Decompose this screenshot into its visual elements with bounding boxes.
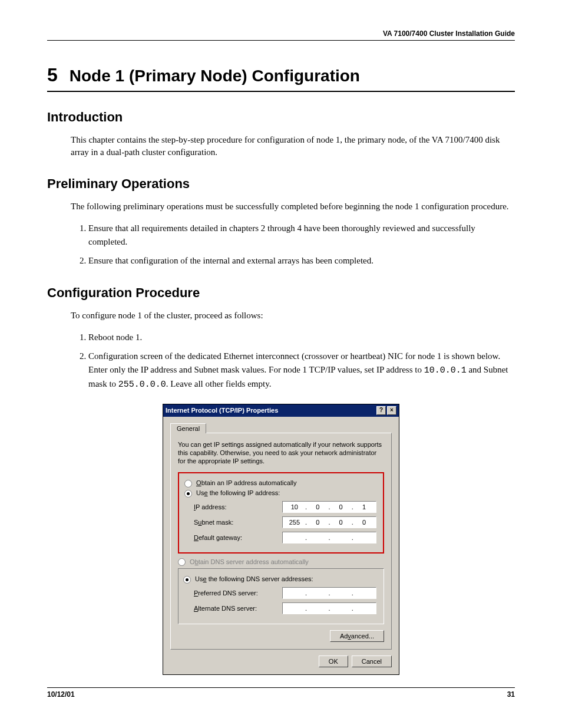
chapter-header: 5 Node 1 (Primary Node) Configuration (47, 64, 515, 92)
cancel-button[interactable]: Cancel (352, 655, 392, 667)
chapter-number: 5 (47, 64, 58, 86)
preferred-dns-input[interactable]: . . . (282, 587, 376, 599)
close-button[interactable]: × (387, 406, 396, 415)
section-preliminary-heading: Preliminary Operations (47, 176, 515, 192)
ok-button[interactable]: OK (319, 655, 348, 667)
config-list: Reboot node 1. Configuration screen of t… (71, 331, 515, 392)
ip-settings-group: Obtain an IP address automatically Use t… (178, 472, 384, 553)
default-gateway-input[interactable]: . . . (282, 532, 376, 543)
list-item: Ensure that configuration of the interna… (88, 254, 515, 268)
ip-address-label: IP address: (194, 503, 282, 510)
radio-use-following-dns[interactable]: Use the following DNS server addresses: (183, 575, 378, 584)
preliminary-list: Ensure that all requirements detailed in… (71, 222, 515, 268)
help-button[interactable]: ? (376, 406, 386, 415)
list-item: Configuration screen of the dedicated Et… (88, 350, 515, 392)
ip-address-input[interactable]: 10. 0. 0. 1 (282, 501, 376, 513)
radio-icon (183, 576, 191, 584)
tcpip-properties-dialog: Internet Protocol (TCP/IP) Properties ? … (163, 404, 399, 675)
doc-header: VA 7100/7400 Cluster Installation Guide (47, 29, 515, 41)
chapter-title: Node 1 (Primary Node) Configuration (70, 67, 360, 85)
radio-icon (184, 490, 192, 498)
subnet-mask-input[interactable]: 255. 0. 0. 0 (282, 516, 376, 528)
preliminary-lead: The following preliminary operations mus… (71, 200, 515, 213)
footer-page-number: 31 (507, 690, 515, 699)
dialog-title: Internet Protocol (TCP/IP) Properties (166, 407, 278, 414)
tab-general[interactable]: General (170, 423, 206, 433)
radio-icon (178, 558, 186, 566)
dialog-info-text: You can get IP settings assigned automat… (178, 440, 384, 466)
preferred-dns-label: Preferred DNS server: (194, 589, 282, 597)
page-footer: 10/12/01 31 (47, 687, 515, 699)
radio-obtain-ip-auto[interactable]: Obtain an IP address automatically (184, 479, 378, 487)
radio-use-following-ip[interactable]: Use the following IP address: (184, 489, 378, 498)
list-item: Reboot node 1. (88, 331, 515, 344)
default-gateway-label: Default gateway: (194, 534, 282, 541)
introduction-text: This chapter contains the step-by-step p… (71, 134, 515, 159)
list-item: Ensure that all requirements detailed in… (88, 222, 515, 248)
dialog-titlebar[interactable]: Internet Protocol (TCP/IP) Properties ? … (163, 404, 399, 417)
advanced-button[interactable]: Advanced... (330, 630, 384, 642)
section-config-heading: Configuration Procedure (47, 285, 515, 301)
config-lead: To configure node 1 of the cluster, proc… (71, 309, 515, 322)
dns-settings-group: Use the following DNS server addresses: … (178, 568, 384, 624)
radio-obtain-dns-auto: Obtain DNS server address automatically (178, 558, 384, 566)
radio-icon (184, 480, 192, 487)
alternate-dns-label: Alternate DNS server: (194, 605, 282, 612)
subnet-mask-label: Subnet mask: (194, 519, 282, 526)
alternate-dns-input[interactable]: . . . (282, 602, 376, 614)
section-introduction-heading: Introduction (47, 110, 515, 125)
footer-date: 10/12/01 (47, 690, 75, 699)
